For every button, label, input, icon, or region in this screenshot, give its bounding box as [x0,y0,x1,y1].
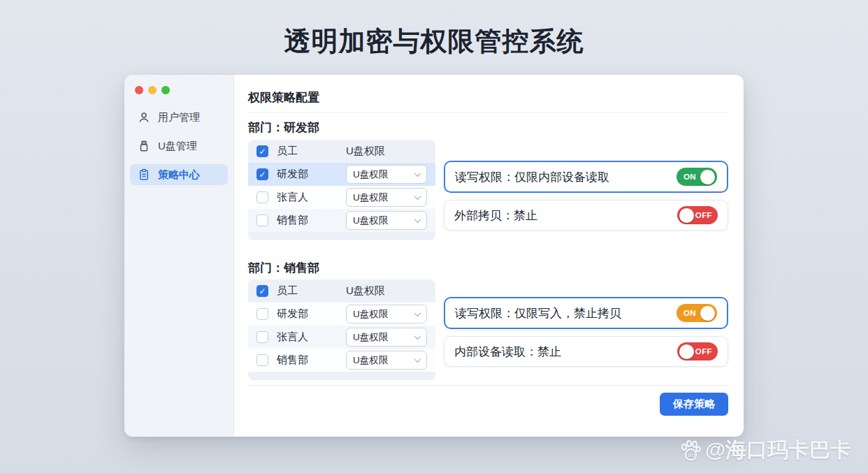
minimize-window-button[interactable] [148,86,157,94]
chevron-down-icon [414,170,421,177]
baidu-paw-icon: du [678,438,703,463]
policy-label: 外部拷贝：禁止 [454,208,537,224]
policy-card: 读写权限：仅限写入，禁止拷贝 ON [444,297,728,329]
page: 透明加密与权限管控系统 用户管理 [0,0,868,473]
row-label: 销售部 [277,354,308,367]
svg-text:du: du [688,452,695,458]
toggle-knob [700,306,715,321]
select-value: U盘权限 [353,214,388,227]
table-row: 销售部 U盘权限 [248,209,435,232]
user-icon [137,110,151,124]
row-label: 张言人 [277,191,308,204]
row-label: 员工 [277,145,298,158]
watermark: du @海口玛卡巴卡 [678,436,851,465]
usb-permission-select[interactable]: U盘权限 [346,188,427,207]
chevron-down-icon [414,216,421,223]
sidebar-item-label: 用户管理 [158,111,200,124]
window-controls [135,86,170,94]
chevron-down-icon [414,193,421,200]
column-header: U盘权限 [346,145,385,158]
app-window: 用户管理 U盘管理 [124,75,744,437]
close-window-button[interactable] [135,86,143,94]
select-value: U盘权限 [353,331,388,344]
toggle-knob [679,208,694,223]
department-title: 部门：研发部 [248,119,319,136]
policy-label: 读写权限：仅限写入，禁止拷贝 [455,305,621,321]
table-row: 研发部 U盘权限 [248,303,435,326]
column-header: U盘权限 [346,284,385,298]
row-label: 研发部 [277,307,308,321]
select-value: U盘权限 [353,308,388,321]
select-value: U盘权限 [353,354,388,367]
divider [248,385,728,386]
clipboard-icon [137,168,151,182]
toggle-state-label: ON [683,309,696,317]
policy-label: 读写权限：仅限内部设备读取 [455,169,609,185]
permission-table: 员工 U盘权限 研发部 U盘权限 张言人 U盘权限 [248,140,435,240]
panel-title: 权限策略配置 [248,89,319,105]
toggle-off[interactable]: OFF [677,342,718,361]
save-policy-button[interactable]: 保存策略 [660,393,728,416]
policy-card: 内部设备读取：禁止 OFF [444,336,728,367]
toggle-knob [700,170,715,184]
sidebar: 用户管理 U盘管理 [124,75,234,437]
usb-permission-select[interactable]: U盘权限 [346,328,427,347]
checkbox[interactable] [256,191,268,203]
sidebar-item-label: 策略中心 [158,168,200,182]
checkbox[interactable] [256,308,268,320]
toggle-state-label: OFF [695,347,712,356]
policy-label: 内部设备读取：禁止 [454,344,561,360]
sidebar-item-user-management[interactable]: 用户管理 [130,107,228,128]
chevron-down-icon [414,356,421,363]
policy-cards: 读写权限：仅限写入，禁止拷贝 ON 内部设备读取：禁止 OFF [444,297,728,367]
chevron-down-icon [414,310,421,316]
row-label: 员工 [277,284,298,298]
checkbox[interactable] [256,145,268,157]
usb-permission-select[interactable]: U盘权限 [346,351,427,370]
page-title: 透明加密与权限管控系统 [0,24,868,59]
toggle-off[interactable]: OFF [677,206,718,224]
checkbox[interactable] [256,168,268,180]
checkbox[interactable] [256,354,268,366]
checkbox[interactable] [256,214,268,226]
select-value: U盘权限 [353,168,388,181]
row-label: 张言人 [277,330,308,344]
department-title: 部门：销售部 [248,260,319,276]
policy-cards: 读写权限：仅限内部设备读取 ON 外部拷贝：禁止 OFF [444,161,728,231]
table-row: 销售部 U盘权限 [248,349,435,372]
permission-table: 员工 U盘权限 研发部 U盘权限 张言人 U盘权限 [248,279,435,380]
table-row: 研发部 U盘权限 [248,163,435,186]
toggle-on[interactable]: ON [677,168,717,186]
select-value: U盘权限 [353,191,388,204]
sidebar-item-usb-management[interactable]: U盘管理 [130,136,228,157]
policy-card: 读写权限：仅限内部设备读取 ON [444,161,728,193]
toggle-on[interactable]: ON [677,304,717,322]
usb-permission-select[interactable]: U盘权限 [346,165,427,184]
policy-card: 外部拷贝：禁止 OFF [444,200,728,231]
watermark-text: @海口玛卡巴卡 [705,436,851,465]
zoom-window-button[interactable] [161,86,170,94]
row-label: 研发部 [277,168,308,181]
table-row: 张言人 U盘权限 [248,326,435,349]
toggle-knob [679,344,694,359]
main-panel: 权限策略配置 部门：研发部 员工 U盘权限 研发部 U盘权限 [234,75,744,437]
chevron-down-icon [414,333,421,340]
table-header-row: 员工 U盘权限 [248,279,435,303]
sidebar-item-label: U盘管理 [158,140,197,153]
row-label: 销售部 [277,214,308,227]
usb-drive-icon [137,139,151,153]
table-row: 张言人 U盘权限 [248,186,435,209]
checkbox[interactable] [256,285,268,297]
sidebar-item-policy-center[interactable]: 策略中心 [130,164,228,185]
table-header-row: 员工 U盘权限 [248,140,435,163]
divider [248,112,728,112]
toggle-state-label: ON [683,173,696,181]
toggle-state-label: OFF [695,211,712,219]
usb-permission-select[interactable]: U盘权限 [346,211,427,230]
checkbox[interactable] [256,331,268,343]
sidebar-menu: 用户管理 U盘管理 [130,107,228,193]
usb-permission-select[interactable]: U盘权限 [346,305,427,323]
